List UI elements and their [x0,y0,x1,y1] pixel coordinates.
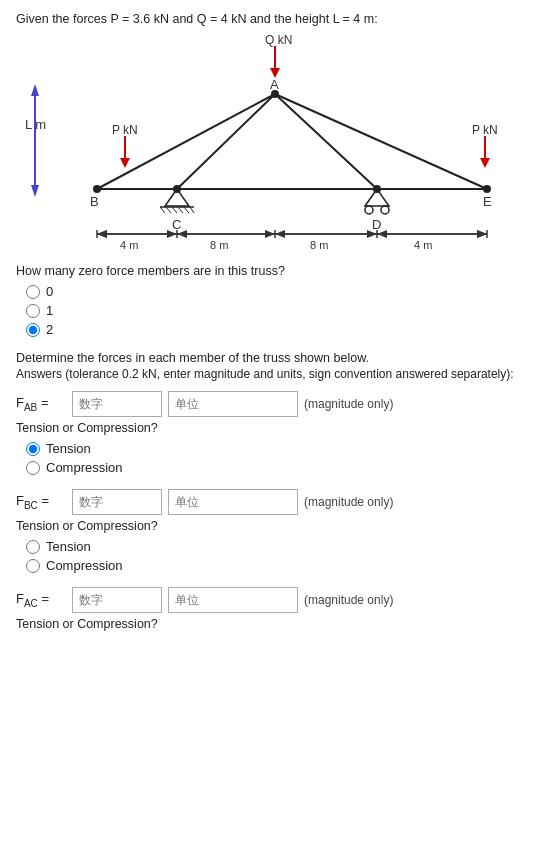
svg-line-15 [177,94,275,189]
fac-unit-input[interactable] [168,587,298,613]
force-block-fab: FAB = (magnitude only) Tension or Compre… [16,391,538,475]
zero-force-option-0[interactable]: 0 [26,284,538,299]
svg-text:A: A [270,77,279,92]
force-row-fab: FAB = (magnitude only) [16,391,538,417]
svg-marker-55 [275,230,285,238]
svg-marker-10 [120,158,130,168]
fbc-compression-label: Compression [46,558,123,573]
fab-unit-input[interactable] [168,391,298,417]
fbc-tc-options: Tension Compression [26,539,538,573]
zero-force-option-1[interactable]: 1 [26,303,538,318]
determine-section: Determine the forces in each member of t… [16,351,538,631]
svg-text:E: E [483,194,492,209]
svg-text:D: D [372,217,381,232]
svg-line-23 [172,207,177,213]
force-block-fbc: FBC = (magnitude only) Tension or Compre… [16,489,538,573]
svg-point-28 [365,206,373,214]
force-label-fbc: FBC = [16,493,66,511]
fbc-magnitude-label: (magnitude only) [304,495,393,509]
zero-force-options: 0 1 2 [26,284,538,337]
fbc-compression-radio[interactable] [26,559,40,573]
force-row-fac: FAC = (magnitude only) [16,587,538,613]
force-label-fac: FAC = [16,591,66,609]
fab-tc-options: Tension Compression [26,441,538,475]
svg-marker-13 [480,158,490,168]
svg-line-25 [184,207,189,213]
zero-force-question: How many zero force members are in this … [16,264,538,278]
fac-number-input[interactable] [72,587,162,613]
fab-tension-label: Tension [46,441,91,456]
force-label-fab: FAB = [16,395,66,413]
truss-diagram: L m Q kN A P kN P kN [17,34,537,254]
fbc-tension-option[interactable]: Tension [26,539,538,554]
svg-marker-45 [97,230,107,238]
zero-force-radio-1[interactable] [26,304,40,318]
svg-text:P kN: P kN [472,123,498,137]
svg-line-24 [178,207,183,213]
fab-number-input[interactable] [72,391,162,417]
svg-line-16 [275,94,377,189]
fbc-tension-compression-label: Tension or Compression? [16,519,538,533]
svg-text:4 m: 4 m [120,239,138,251]
svg-point-32 [271,90,279,98]
svg-text:B: B [90,194,99,209]
svg-marker-51 [265,230,275,238]
zero-force-radio-0[interactable] [26,285,40,299]
fab-tension-compression-label: Tension or Compression? [16,421,538,435]
zero-force-radio-2[interactable] [26,323,40,337]
zero-force-section: How many zero force members are in this … [16,264,538,337]
svg-marker-3 [31,185,39,197]
fac-magnitude-label: (magnitude only) [304,593,393,607]
fac-tension-compression-label: Tension or Compression? [16,617,538,631]
svg-text:8 m: 8 m [310,239,328,251]
svg-text:4 m: 4 m [414,239,432,251]
svg-line-26 [190,207,194,213]
force-row-fbc: FBC = (magnitude only) [16,489,538,515]
svg-text:P kN: P kN [112,123,138,137]
fab-magnitude-label: (magnitude only) [304,397,393,411]
svg-marker-2 [31,84,39,96]
determine-title: Determine the forces in each member of t… [16,351,538,365]
svg-point-34 [483,185,491,193]
problem-statement: Given the forces P = 3.6 kN and Q = 4 kN… [16,12,538,26]
svg-point-33 [373,185,381,193]
zero-force-label-1: 1 [46,303,53,318]
svg-line-14 [97,94,275,189]
fab-compression-option[interactable]: Compression [26,460,538,475]
fbc-compression-option[interactable]: Compression [26,558,538,573]
zero-force-option-2[interactable]: 2 [26,322,538,337]
svg-point-30 [93,185,101,193]
zero-force-label-0: 0 [46,284,53,299]
determine-subtitle: Answers (tolerance 0.2 kN, enter magnitu… [16,367,538,381]
svg-point-31 [173,185,181,193]
fbc-unit-input[interactable] [168,489,298,515]
svg-line-21 [160,207,165,213]
force-block-fac: FAC = (magnitude only) Tension or Compre… [16,587,538,631]
svg-point-29 [381,206,389,214]
fab-compression-label: Compression [46,460,123,475]
fbc-number-input[interactable] [72,489,162,515]
svg-text:8 m: 8 m [210,239,228,251]
fbc-tension-label: Tension [46,539,91,554]
svg-text:Q kN: Q kN [265,34,292,47]
svg-marker-61 [477,230,487,238]
svg-text:C: C [172,217,181,232]
svg-line-17 [275,94,487,189]
svg-line-22 [166,207,171,213]
fab-tension-option[interactable]: Tension [26,441,538,456]
fab-tension-radio[interactable] [26,442,40,456]
zero-force-label-2: 2 [46,322,53,337]
fbc-tension-radio[interactable] [26,540,40,554]
fab-compression-radio[interactable] [26,461,40,475]
